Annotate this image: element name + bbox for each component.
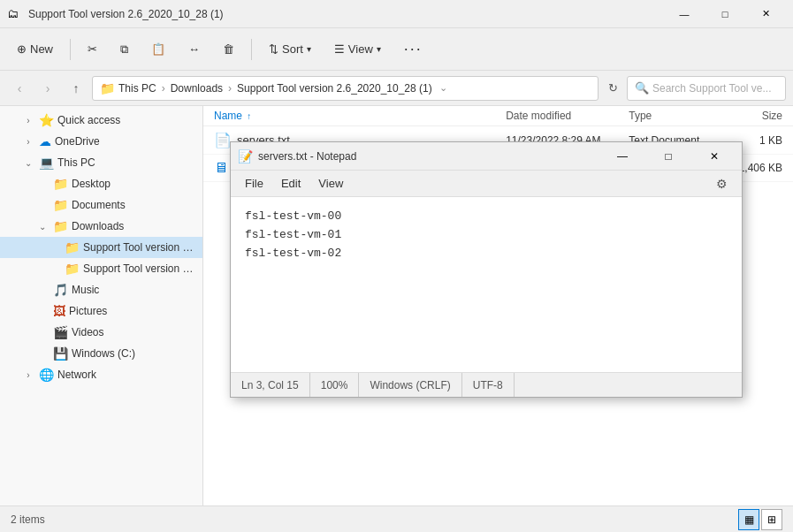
sidebar-item-documents[interactable]: 📁 Documents <box>0 194 202 216</box>
notepad-line-3: fsl-test-vm-02 <box>245 245 728 263</box>
sidebar-item-label: Videos <box>72 326 103 338</box>
sidebar-item-label: Pictures <box>69 305 107 317</box>
col-name-label: Name <box>214 110 242 122</box>
address-this-pc: This PC <box>118 82 156 95</box>
search-icon: 🔍 <box>635 81 649 95</box>
minimize-button[interactable]: — <box>664 0 705 28</box>
column-date[interactable]: Date modified <box>506 110 629 122</box>
quick-access-icon: ⭐ <box>39 113 54 127</box>
move-button[interactable]: ↔ <box>179 36 210 62</box>
sidebar-item-videos[interactable]: 🎬 Videos <box>0 322 202 343</box>
sidebar-item-support-tool-2[interactable]: 📁 Support Tool version 2.6_202 <box>0 258 202 279</box>
col-date-label: Date modified <box>506 110 571 122</box>
maximize-button[interactable]: □ <box>705 0 745 28</box>
notepad-content[interactable]: fsl-test-vm-00 fsl-test-vm-01 fsl-test-v… <box>231 197 742 372</box>
window-controls: — □ ✕ <box>664 0 786 28</box>
sidebar-item-label: Network <box>57 369 96 381</box>
notepad-menu-file[interactable]: File <box>238 173 271 194</box>
cut-button[interactable]: ✂ <box>78 36 107 62</box>
file-list-header: Name ↑ Date modified Type Size <box>203 106 793 126</box>
sidebar-item-onedrive[interactable]: › ☁ OneDrive <box>0 131 202 152</box>
address-bar[interactable]: 📁 This PC › Downloads › Support Tool ver… <box>92 76 599 101</box>
notepad-encoding: UTF-8 <box>462 373 515 397</box>
downloads-icon: 📁 <box>53 219 68 233</box>
main-layout: › ⭐ Quick access › ☁ OneDrive ⌄ 💻 This P… <box>0 106 793 505</box>
close-button[interactable]: ✕ <box>745 0 786 28</box>
folder-icon: 📁 <box>65 240 80 255</box>
sidebar-item-downloads[interactable]: ⌄ 📁 Downloads <box>0 216 202 237</box>
window-title: Support Tool version 2.6_2020_10_28 (1) <box>28 8 657 20</box>
sort-chevron-icon: ▾ <box>307 44 311 54</box>
sidebar-item-music[interactable]: 🎵 Music <box>0 279 202 300</box>
toolbar: ⊕ New ✂ ⧉ 📋 ↔ 🗑 ⇅ Sort ▾ ☰ View ▾ ··· <box>0 28 793 71</box>
move-icon: ↔ <box>188 42 200 56</box>
sort-button[interactable]: ⇅ Sort ▾ <box>259 36 321 62</box>
sidebar-item-support-tool-1[interactable]: 📁 Support Tool version 2.6_202 <box>0 237 202 258</box>
notepad-cursor-position: Ln 3, Col 15 <box>238 373 310 397</box>
view-detail-button[interactable]: ▦ <box>738 509 759 530</box>
sidebar-item-network[interactable]: › 🌐 Network <box>0 364 202 385</box>
copy-button[interactable]: ⧉ <box>111 36 138 63</box>
refresh-button[interactable]: ↻ <box>602 78 623 99</box>
notepad-menubar: File Edit View ⚙ <box>231 171 742 197</box>
column-name[interactable]: Name ↑ <box>214 110 506 122</box>
expand-icon: › <box>21 368 35 382</box>
toolbar-divider-1 <box>70 39 71 60</box>
notepad-menu-view[interactable]: View <box>311 173 350 194</box>
column-size[interactable]: Size <box>721 110 782 122</box>
sidebar-item-windows-c[interactable]: 💾 Windows (C:) <box>0 343 202 364</box>
sidebar-item-label: Support Tool version 2.6_202 <box>83 241 195 254</box>
address-dropdown-icon: ⌄ <box>439 82 447 94</box>
file-exe-icon: 🖥 <box>214 160 228 176</box>
notepad-maximize-button[interactable]: □ <box>648 142 689 171</box>
column-type[interactable]: Type <box>629 110 721 122</box>
expand-icon <box>35 304 50 318</box>
paste-button[interactable]: 📋 <box>141 36 175 62</box>
more-button[interactable]: ··· <box>394 34 432 65</box>
notepad-zoom: 100% <box>310 373 360 397</box>
notepad-icon: 📝 <box>238 149 253 163</box>
notepad-settings-icon[interactable]: ⚙ <box>709 173 735 194</box>
notepad-minimize-button[interactable]: — <box>602 142 643 171</box>
col-type-label: Type <box>629 110 652 122</box>
notepad-close-button[interactable]: ✕ <box>694 142 735 171</box>
delete-button[interactable]: 🗑 <box>213 36 244 62</box>
more-icon: ··· <box>404 40 423 58</box>
items-count: 2 items <box>11 513 45 526</box>
sidebar-item-quick-access[interactable]: › ⭐ Quick access <box>0 110 202 131</box>
sidebar-item-label: Quick access <box>57 114 120 126</box>
col-size-label: Size <box>762 110 782 122</box>
back-button[interactable]: ‹ <box>7 76 32 101</box>
notepad-title: servers.txt - Notepad <box>258 150 597 163</box>
notepad-line-1: fsl-test-vm-00 <box>245 208 728 226</box>
expand-icon <box>50 262 61 276</box>
sidebar-item-this-pc[interactable]: ⌄ 💻 This PC <box>0 152 202 173</box>
sidebar-item-desktop[interactable]: 📁 Desktop <box>0 173 202 194</box>
expand-icon: › <box>21 113 35 127</box>
notepad-titlebar: 📝 servers.txt - Notepad — □ ✕ <box>231 142 742 171</box>
large-view-icon: ⊞ <box>767 513 776 526</box>
search-box[interactable]: 🔍 Search Support Tool ve... <box>627 76 786 101</box>
view-large-button[interactable]: ⊞ <box>761 509 782 530</box>
sort-arrow-icon: ↑ <box>247 111 251 121</box>
notepad-window: 📝 servers.txt - Notepad — □ ✕ File Edit … <box>230 141 743 398</box>
address-sep-1: › <box>162 82 165 95</box>
documents-icon: 📁 <box>53 198 68 212</box>
expand-icon <box>35 325 50 339</box>
notepad-menu-edit[interactable]: Edit <box>274 173 308 194</box>
videos-icon: 🎬 <box>53 325 68 339</box>
sidebar-item-pictures[interactable]: 🖼 Pictures <box>0 300 202 322</box>
search-placeholder: Search Support Tool ve... <box>652 82 772 95</box>
forward-button[interactable]: › <box>35 76 60 101</box>
desktop-icon: 📁 <box>53 177 68 191</box>
sidebar-item-label: Desktop <box>72 178 111 190</box>
up-button[interactable]: ↑ <box>64 76 88 101</box>
new-button[interactable]: ⊕ New <box>7 36 63 62</box>
new-icon: ⊕ <box>17 42 27 56</box>
view-toggles: ▦ ⊞ <box>738 509 782 530</box>
this-pc-icon: 💻 <box>39 156 54 170</box>
network-icon: 🌐 <box>39 368 54 382</box>
view-button[interactable]: ☰ View ▾ <box>324 36 391 62</box>
file-area: Name ↑ Date modified Type Size 📄 servers… <box>203 106 793 505</box>
address-folder-icon: 📁 <box>100 81 115 95</box>
